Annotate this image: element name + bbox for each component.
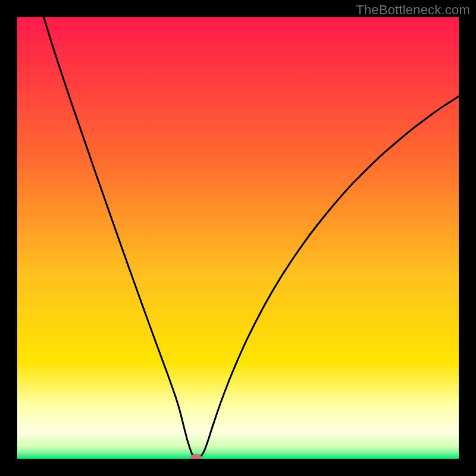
minimum-marker (191, 454, 202, 460)
chart-svg (0, 0, 476, 476)
chart-frame: TheBottleneck.com (0, 0, 476, 476)
plot-background (17, 17, 459, 459)
